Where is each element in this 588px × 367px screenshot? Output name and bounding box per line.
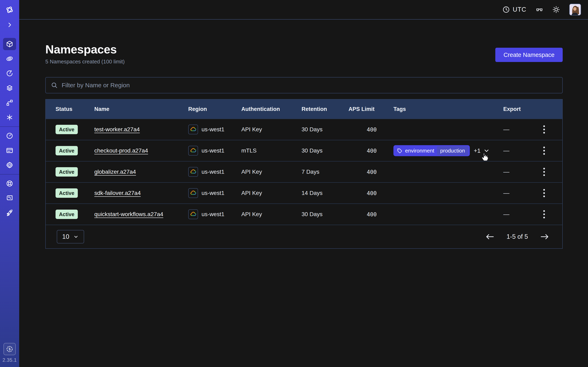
theme-toggle[interactable] — [553, 6, 560, 13]
next-page-button[interactable] — [540, 233, 549, 240]
tag-more-count[interactable]: +1 — [474, 147, 481, 154]
sidebar-item-insights[interactable] — [0, 51, 19, 66]
sidebar-item-support[interactable] — [0, 176, 19, 191]
col-header-name: Name — [94, 106, 188, 112]
col-header-retention: Retention — [302, 106, 348, 112]
namespace-link[interactable]: checkout-prod.a27a4 — [94, 147, 148, 154]
page-size-value: 10 — [62, 233, 69, 240]
filter-input[interactable] — [62, 82, 557, 89]
sidebar-item-layers[interactable] — [0, 81, 19, 95]
col-header-aps-limit: APS Limit — [348, 106, 393, 112]
aps-limit-cell: 400 — [348, 190, 393, 196]
status-badge: Active — [56, 210, 78, 219]
topbar: UTC — [19, 0, 588, 20]
table-body: Active test-worker.a27a4 us-west1 — [46, 119, 562, 225]
sidebar-item-billing[interactable] — [0, 143, 19, 158]
branch-nodes-icon — [6, 99, 13, 106]
region-cell: us-west1 — [188, 146, 241, 156]
lifebuoy-icon — [6, 180, 13, 187]
sun-icon — [553, 6, 560, 13]
retention-cell: 30 Days — [302, 147, 348, 154]
credits-button[interactable]: $ — [3, 343, 16, 355]
retention-cell: 7 Days — [302, 169, 348, 175]
gcp-provider-icon — [188, 209, 198, 219]
sidebar-item-namespaces[interactable] — [0, 37, 19, 51]
export-cell: — — [503, 168, 536, 175]
page-size-select[interactable]: 10 — [57, 230, 84, 243]
search-icon — [51, 82, 58, 89]
gcp-provider-icon — [188, 146, 198, 156]
auth-cell: mTLS — [241, 147, 302, 154]
temporal-logo[interactable] — [0, 2, 19, 17]
region-cell: us-west1 — [188, 167, 241, 177]
row-actions-menu-button[interactable] — [539, 145, 549, 157]
row-actions-menu-button[interactable] — [539, 208, 549, 220]
billing-card-icon — [6, 147, 13, 154]
avatar-image — [570, 4, 581, 15]
temporal-logo-icon — [5, 6, 14, 14]
labs-toggle[interactable] — [536, 6, 543, 13]
namespace-link[interactable]: test-worker.a27a4 — [94, 126, 140, 133]
orbit-swirl-icon — [6, 55, 13, 62]
namespace-link[interactable]: quickstart-workflows.a27a4 — [94, 211, 163, 217]
status-cell: Active — [56, 211, 94, 217]
auth-cell: API Key — [241, 169, 302, 175]
region-cell: us-west1 — [188, 188, 241, 198]
sidebar-item-nexus[interactable] — [0, 110, 19, 125]
tag-key: environment — [405, 148, 434, 154]
region-cell: us-west1 — [188, 125, 241, 134]
layers-icon — [6, 84, 13, 92]
tag-value: production — [437, 146, 468, 155]
chevron-down-icon — [484, 148, 490, 154]
namespace-link[interactable]: sdk-failover.a27a4 — [94, 190, 141, 196]
namespace-row: Active test-worker.a27a4 us-west1 — [46, 119, 562, 140]
asterisk-icon — [6, 114, 13, 121]
auth-cell: API Key — [241, 126, 302, 133]
sidebar-item-deployments[interactable] — [0, 95, 19, 110]
sidebar-item-docs[interactable] — [0, 191, 19, 206]
name-cell: checkout-prod.a27a4 — [94, 147, 188, 154]
arrow-right-icon — [540, 233, 549, 240]
namespace-row: Active checkout-prod.a27a4 us-west1 — [46, 140, 562, 161]
name-cell: globalizer.a27a4 — [94, 169, 188, 175]
row-actions-menu-button[interactable] — [539, 166, 549, 178]
aps-limit-cell: 400 — [348, 169, 393, 175]
pagination-range: 1-5 of 5 — [507, 233, 528, 240]
cube-icon — [6, 40, 13, 48]
namespaces-table: Status Name Region Authentication Retent… — [45, 99, 563, 249]
namespace-row: Active quickstart-workflows.a27a4 us — [46, 203, 562, 225]
region-cell: us-west1 — [188, 209, 241, 219]
namespace-tag-pill[interactable]: environment production — [393, 145, 470, 156]
region-label: us-west1 — [201, 126, 224, 133]
sidebar-item-getting-started[interactable] — [0, 206, 19, 220]
timezone-button[interactable]: UTC — [502, 6, 526, 13]
aps-limit-cell: 400 — [348, 148, 393, 154]
row-actions-menu-button[interactable] — [539, 187, 549, 199]
row-actions-menu-button[interactable] — [539, 123, 549, 136]
sidebar-collapse-toggle[interactable] — [0, 17, 19, 32]
timer-icon — [6, 70, 13, 77]
region-label: us-west1 — [201, 211, 224, 217]
namespace-link[interactable]: globalizer.a27a4 — [94, 169, 136, 175]
aps-limit-cell: 400 — [348, 126, 393, 133]
status-cell: Active — [56, 190, 94, 196]
sidebar-item-schedules[interactable] — [0, 66, 19, 81]
chevron-down-icon — [73, 234, 79, 239]
region-label: us-west1 — [201, 147, 224, 154]
app-version: 2.35.1 — [2, 357, 17, 363]
export-cell: — — [503, 126, 536, 133]
sidebar: $ 2.35.1 — [0, 0, 19, 367]
prev-page-button[interactable] — [485, 233, 495, 240]
svg-text:$: $ — [9, 347, 11, 351]
tag-expand-chevron[interactable] — [484, 148, 490, 154]
table-pagination: 10 1-5 of 5 — [46, 225, 562, 248]
sidebar-item-usage[interactable] — [0, 128, 19, 143]
namespace-row: Active globalizer.a27a4 us-west1 — [46, 161, 562, 182]
create-namespace-button[interactable]: Create Namespace — [495, 48, 563, 62]
gcp-provider-icon — [188, 188, 198, 198]
timezone-label: UTC — [513, 6, 526, 13]
region-label: us-west1 — [201, 169, 224, 175]
sidebar-item-settings[interactable] — [0, 158, 19, 173]
user-avatar[interactable] — [569, 4, 581, 16]
auth-cell: API Key — [241, 190, 302, 196]
